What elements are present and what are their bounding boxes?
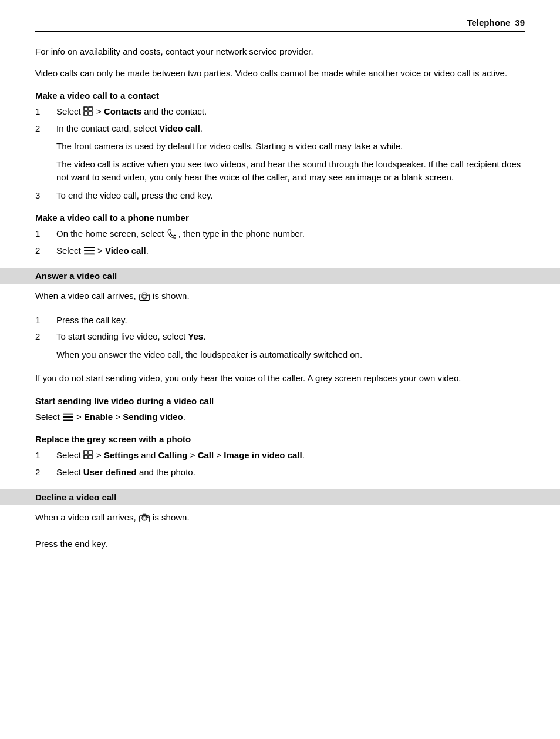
section-make-video-contact: Make a video call to a contact 1 Select …	[35, 90, 525, 202]
list-num: 2	[35, 122, 46, 136]
list-num: 1	[35, 449, 46, 462]
section-heading-start-sending: Start sending live video during a video …	[35, 396, 525, 406]
svg-point-19	[143, 516, 146, 519]
section-heading-make-video-contact: Make a video call to a contact	[35, 90, 525, 100]
list-item: 2 Select > Video call.	[35, 244, 525, 258]
list-num: 3	[35, 189, 46, 203]
list-item-content: Select > Settings and Calling > Call > I…	[56, 449, 525, 462]
list-answer-video: 1 Press the call key. 2 To start sending…	[35, 314, 525, 344]
list-item: 3 To end the video call, press the end k…	[35, 189, 525, 203]
section-heading-replace-grey: Replace the grey screen with a photo	[35, 434, 525, 444]
grid-icon-replace	[83, 450, 94, 461]
menu-icon-send	[62, 412, 74, 422]
list-num: 2	[35, 466, 46, 479]
list-item: 1 Select > Settings and Calling > Call >…	[35, 449, 525, 462]
list-item: 1 Select > Contacts and the contact.	[35, 105, 525, 119]
start-sending-text: Select > Enable > Sending video.	[35, 411, 525, 424]
list-item-content: In the contact card, select Video call.	[56, 122, 525, 136]
section-heading-make-video-phone: Make a video call to a phone number	[35, 213, 525, 223]
svg-rect-1	[89, 107, 92, 110]
svg-rect-2	[84, 112, 87, 115]
section-replace-grey: Replace the grey screen with a photo 1 S…	[35, 434, 525, 479]
list-num: 1	[35, 105, 46, 119]
list-num: 2	[35, 244, 46, 258]
list-item-content: Press the call key.	[56, 314, 525, 327]
decline-intro: When a video call arrives, is shown.	[35, 511, 525, 525]
header-page-number: 39	[515, 18, 525, 28]
page-header: Telephone 39	[35, 18, 525, 32]
section-answer-video: When a video call arrives, is shown. 1 P…	[35, 290, 525, 385]
list-make-video-contact: 1 Select > Contacts and the contact. 2 I…	[35, 105, 525, 135]
list-item: 2 Select User defined and the photo.	[35, 466, 525, 479]
camera-icon-decline	[139, 512, 150, 523]
list-item: 1 On the home screen, select , then type…	[35, 227, 525, 241]
list-num: 2	[35, 330, 46, 344]
list-num: 1	[35, 314, 46, 327]
list-item-content: Select User defined and the photo.	[56, 466, 525, 479]
svg-rect-0	[84, 107, 87, 110]
list-item: 2 In the contact card, select Video call…	[35, 122, 525, 136]
answer-sub-para: When you answer the video call, the loud…	[56, 348, 525, 362]
list-item-content: To start sending live video, select Yes.	[56, 330, 525, 344]
svg-rect-16	[84, 455, 87, 459]
header-title: Telephone	[467, 18, 510, 28]
answer-intro: When a video call arrives, is shown.	[35, 290, 525, 303]
svg-rect-3	[89, 112, 92, 115]
answer-trailing: If you do not start sending video, you o…	[35, 372, 525, 385]
list-item-content: On the home screen, select , then type i…	[56, 227, 525, 241]
intro-para-1: For info on availability and costs, cont…	[35, 45, 525, 59]
svg-point-10	[147, 295, 149, 296]
list-item-content: Select > Contacts and the contact.	[56, 105, 525, 119]
svg-rect-14	[84, 451, 87, 454]
svg-rect-17	[89, 455, 92, 459]
list-item: 1 Press the call key.	[35, 314, 525, 327]
section-start-sending: Start sending live video during a video …	[35, 396, 525, 424]
highlight-answer-video: Answer a video call	[0, 268, 560, 284]
grid-icon	[83, 106, 94, 117]
list-make-video-contact-3: 3 To end the video call, press the end k…	[35, 189, 525, 203]
list-num: 1	[35, 227, 46, 241]
phone-icon	[167, 229, 176, 239]
list-item-content: To end the video call, press the end key…	[56, 189, 525, 203]
decline-trailing: Press the end key.	[35, 538, 525, 551]
section-make-video-phone: Make a video call to a phone number 1 On…	[35, 213, 525, 257]
list-replace-grey: 1 Select > Settings and Calling > Call >…	[35, 449, 525, 479]
svg-point-21	[147, 516, 149, 518]
svg-rect-15	[89, 451, 92, 454]
section-decline-video: When a video call arrives, is shown. Pre…	[35, 511, 525, 550]
list-item: 2 To start sending live video, select Ye…	[35, 330, 525, 344]
list-make-video-phone: 1 On the home screen, select , then type…	[35, 227, 525, 257]
camera-icon-answer	[139, 291, 150, 301]
menu-icon	[83, 246, 95, 256]
list-item-content: Select > Video call.	[56, 244, 525, 258]
sub-para-2: The video call is active when you see tw…	[56, 158, 525, 184]
intro-para-2: Video calls can only be made between two…	[35, 67, 525, 80]
highlight-decline-video: Decline a video call	[0, 489, 560, 505]
svg-point-8	[143, 295, 146, 298]
page-container: Telephone 39 For info on availability an…	[0, 0, 560, 580]
sub-para-1: The front camera is used by default for …	[56, 140, 525, 153]
